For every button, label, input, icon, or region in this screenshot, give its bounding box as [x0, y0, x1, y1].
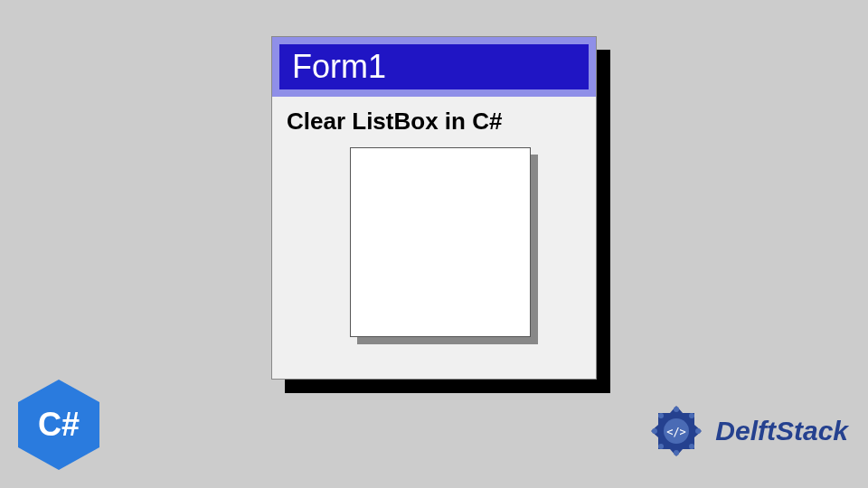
svg-text:</>: </> — [666, 426, 686, 438]
form-heading: Clear ListBox in C# — [287, 108, 581, 136]
svg-point-9 — [652, 428, 657, 434]
svg-point-8 — [658, 444, 664, 449]
csharp-label: C# — [38, 406, 80, 444]
title-bar-outer: Form1 — [272, 37, 596, 97]
svg-point-3 — [674, 407, 679, 412]
svg-point-7 — [674, 450, 679, 455]
csharp-badge: C# — [18, 380, 99, 470]
svg-point-4 — [689, 413, 694, 418]
svg-point-10 — [658, 413, 664, 418]
svg-point-5 — [695, 428, 701, 434]
delftstack-logo: </> DelftStack — [645, 399, 848, 463]
listbox[interactable] — [350, 147, 531, 337]
window-title: Form1 — [279, 44, 589, 89]
client-area: Clear ListBox in C# — [272, 97, 596, 161]
svg-point-6 — [689, 444, 694, 449]
delftstack-label: DelftStack — [715, 416, 848, 446]
hexagon-icon: C# — [18, 380, 99, 470]
delftstack-icon: </> — [645, 399, 708, 463]
form-window: Form1 Clear ListBox in C# — [271, 36, 597, 380]
